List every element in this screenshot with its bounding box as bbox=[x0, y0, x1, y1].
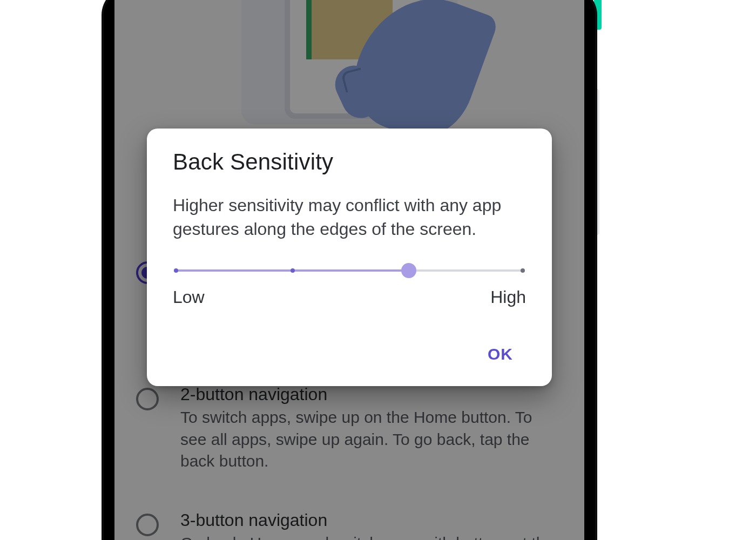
dialog-description: Higher sensitivity may conflict with any… bbox=[173, 193, 526, 241]
slider-min-label: Low bbox=[173, 287, 205, 307]
slider-rail bbox=[176, 269, 523, 272]
phone-screen: Gesture navigation 2-button navigation T… bbox=[114, 0, 584, 540]
power-button-icon bbox=[594, 0, 602, 30]
stage: Gesture navigation 2-button navigation T… bbox=[0, 0, 756, 540]
ok-button[interactable]: OK bbox=[478, 340, 523, 369]
dialog-actions: OK bbox=[173, 335, 526, 372]
phone-frame: Gesture navigation 2-button navigation T… bbox=[104, 0, 595, 540]
slider-thumb-icon[interactable] bbox=[401, 263, 416, 278]
sensitivity-slider[interactable] bbox=[173, 264, 526, 278]
slider-tick-icon bbox=[174, 268, 178, 273]
back-sensitivity-dialog: Back Sensitivity Higher sensitivity may … bbox=[147, 129, 552, 386]
slider-tick-icon bbox=[291, 268, 295, 273]
dialog-title: Back Sensitivity bbox=[173, 149, 526, 175]
slider-max-label: High bbox=[490, 287, 526, 307]
slider-tick-icon bbox=[521, 268, 525, 273]
